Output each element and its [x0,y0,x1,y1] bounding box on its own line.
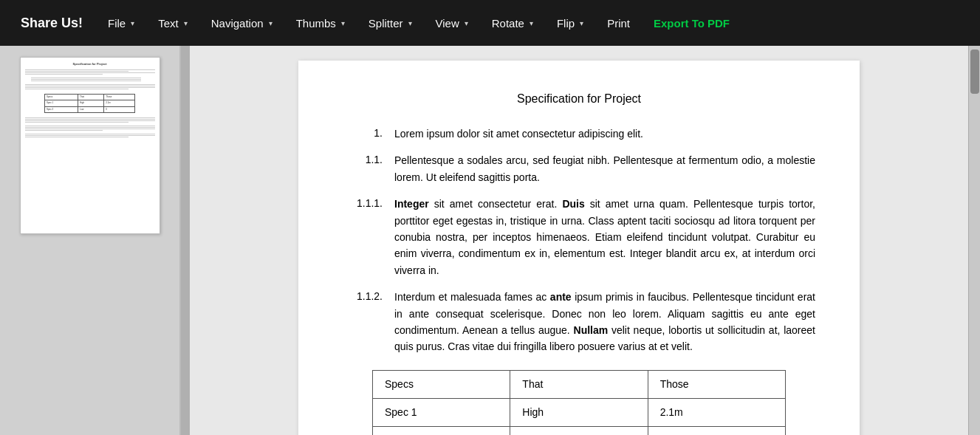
scrollbar-thumb[interactable] [970,49,979,94]
table-cell: 0 [648,426,785,435]
main-layout: Specification for Project SpecsThatThose [0,46,980,435]
nav-splitter-label: Splitter [369,17,403,30]
page-thumbnail[interactable]: Specification for Project SpecsThatThose [20,57,160,234]
table-cell: High [510,398,648,426]
table-row: Spec 1 High 2.1m [373,398,786,426]
table-row: Specs That Those [373,370,786,398]
list-text-1-1-2: Interdum et malesuada fames ac ante ipsu… [394,289,815,355]
nav-print[interactable]: Print [595,0,642,46]
nav-navigation[interactable]: Navigation ▾ [199,0,284,46]
list-item: 1.1.1. Integer sit amet consectetur erat… [343,196,815,278]
nav-rotate-label: Rotate [492,17,524,30]
list-number-1: 1. [343,126,394,142]
chevron-down-icon: ▾ [465,19,468,27]
chevron-down-icon: ▾ [131,19,134,27]
table-cell: 2.1m [648,398,785,426]
table-cell: Low [510,426,648,435]
document-content-area[interactable]: Specification for Project 1. Lorem ipsum… [190,46,968,435]
chevron-down-icon: ▾ [269,19,273,27]
top-navbar: Share Us! File ▾ Text ▾ Navigation ▾ Thu… [0,0,980,46]
document-page: Specification for Project 1. Lorem ipsum… [298,61,860,435]
chevron-down-icon: ▾ [530,19,533,27]
list-item: 1.1. Pellentesque a sodales arcu, sed fe… [343,152,815,185]
vertical-scrollbar[interactable] [968,46,980,435]
nav-flip-label: Flip [557,17,575,30]
nav-splitter[interactable]: Splitter ▾ [357,0,424,46]
nav-print-label: Print [607,17,630,30]
nav-rotate[interactable]: Rotate ▾ [480,0,545,46]
table-cell: That [510,370,648,398]
panel-divider[interactable] [181,46,190,435]
nav-thumbs-label: Thumbs [296,17,336,30]
list-text-1: Lorem ipsum dolor sit amet consectetur a… [394,126,815,142]
table-cell: Spec 2 [373,426,510,435]
nav-view-label: View [436,17,459,30]
document-title: Specification for Project [343,90,815,108]
nav-file[interactable]: File ▾ [96,0,146,46]
nav-thumbs[interactable]: Thumbs ▾ [284,0,357,46]
list-text-1-1-1: Integer sit amet consectetur erat. Duis … [394,196,815,278]
export-label: Export To PDF [654,17,730,30]
thumbnail-panel: Specification for Project SpecsThatThose [0,46,181,435]
export-to-pdf-button[interactable]: Export To PDF [642,0,741,46]
specification-table: Specs That Those Spec 1 High 2.1m Spec 2… [372,370,786,435]
list-item: 1. Lorem ipsum dolor sit amet consectetu… [343,126,815,142]
list-number-1-1: 1.1. [343,152,394,185]
table-cell: Spec 1 [373,398,510,426]
brand-label: Share Us! [7,16,96,31]
nav-text[interactable]: Text ▾ [146,0,199,46]
chevron-down-icon: ▾ [580,19,583,27]
list-text-1-1: Pellentesque a sodales arcu, sed feugiat… [394,152,815,185]
table-cell: Those [648,370,785,398]
nav-text-label: Text [158,17,179,30]
nav-flip[interactable]: Flip ▾ [545,0,595,46]
document-list: 1. Lorem ipsum dolor sit amet consectetu… [343,126,815,355]
nav-file-label: File [108,17,126,30]
table-cell: Specs [373,370,510,398]
chevron-down-icon: ▾ [341,19,345,27]
list-number-1-1-1: 1.1.1. [343,196,394,278]
nav-view[interactable]: View ▾ [424,0,480,46]
nav-navigation-label: Navigation [211,17,264,30]
list-number-1-1-2: 1.1.2. [343,289,394,355]
list-item: 1.1.2. Interdum et malesuada fames ac an… [343,289,815,355]
chevron-down-icon: ▾ [408,19,412,27]
chevron-down-icon: ▾ [184,19,188,27]
table-row: Spec 2 Low 0 [373,426,786,435]
